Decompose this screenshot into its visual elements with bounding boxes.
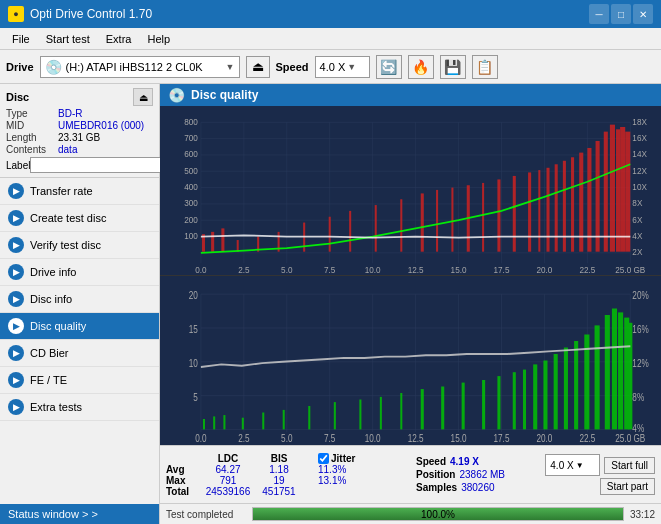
svg-rect-109 bbox=[421, 389, 424, 429]
svg-text:20: 20 bbox=[189, 291, 198, 302]
svg-rect-40 bbox=[538, 170, 540, 252]
svg-text:10: 10 bbox=[189, 358, 198, 369]
sidebar-item-transfer-rate[interactable]: ▶ Transfer rate bbox=[0, 178, 159, 205]
title-bar: ● Opti Drive Control 1.70 ─ □ ✕ bbox=[0, 0, 661, 28]
progress-time: 33:12 bbox=[630, 509, 655, 520]
sidebar: Disc ⏏ Type BD-R MID UMEBDR016 (000) Len… bbox=[0, 84, 160, 524]
fe-te-icon: ▶ bbox=[8, 372, 24, 388]
svg-text:10.0: 10.0 bbox=[365, 434, 381, 445]
avg-label: Avg bbox=[166, 464, 200, 475]
svg-text:4X: 4X bbox=[632, 230, 642, 241]
svg-text:8X: 8X bbox=[632, 198, 642, 209]
start-part-button[interactable]: Start part bbox=[600, 478, 655, 495]
nav-items: ▶ Transfer rate ▶ Create test disc ▶ Ver… bbox=[0, 178, 159, 504]
svg-text:0.0: 0.0 bbox=[195, 264, 206, 275]
save-button[interactable]: 📋 bbox=[472, 55, 498, 79]
svg-rect-123 bbox=[605, 315, 610, 429]
svg-text:5.0: 5.0 bbox=[281, 264, 292, 275]
svg-rect-30 bbox=[375, 205, 377, 252]
max-label: Max bbox=[166, 475, 200, 486]
svg-rect-119 bbox=[564, 348, 568, 430]
avg-row: Avg 64.27 1.18 11.3% bbox=[166, 464, 398, 475]
menu-help[interactable]: Help bbox=[139, 31, 178, 47]
svg-rect-125 bbox=[618, 312, 623, 429]
ldc-header: LDC bbox=[200, 453, 256, 464]
jitter-checkbox[interactable] bbox=[318, 453, 329, 464]
content-area: 💿 Disc quality LDC Read speed bbox=[160, 84, 661, 524]
contents-label: Contents bbox=[6, 144, 58, 155]
svg-text:14X: 14X bbox=[632, 149, 647, 160]
sidebar-item-disc-info[interactable]: ▶ Disc info bbox=[0, 286, 159, 313]
mid-value: UMEBDR016 (000) bbox=[58, 120, 144, 131]
svg-text:12X: 12X bbox=[632, 165, 647, 176]
speed-select[interactable]: 4.0 X ▼ bbox=[315, 56, 370, 78]
close-button[interactable]: ✕ bbox=[633, 4, 653, 24]
svg-text:20.0: 20.0 bbox=[536, 264, 552, 275]
svg-rect-24 bbox=[237, 240, 239, 252]
drive-select[interactable]: 💿 (H:) ATAPI iHBS112 2 CL0K ▼ bbox=[40, 56, 240, 78]
svg-text:15: 15 bbox=[189, 324, 198, 335]
disc-eject-button[interactable]: ⏏ bbox=[133, 88, 153, 106]
sidebar-item-cd-bier[interactable]: ▶ CD Bier bbox=[0, 340, 159, 367]
disc-length-row: Length 23.31 GB bbox=[6, 132, 153, 143]
sidebar-item-extra-tests[interactable]: ▶ Extra tests bbox=[0, 394, 159, 421]
speed-label: Speed bbox=[276, 61, 309, 73]
disc-contents-row: Contents data bbox=[6, 144, 153, 155]
sidebar-item-disc-quality[interactable]: ▶ Disc quality bbox=[0, 313, 159, 340]
disc-info-icon: ▶ bbox=[8, 291, 24, 307]
svg-rect-50 bbox=[616, 129, 620, 251]
length-label: Length bbox=[6, 132, 58, 143]
svg-rect-32 bbox=[421, 193, 424, 251]
svg-text:12.5: 12.5 bbox=[408, 434, 424, 445]
svg-text:800: 800 bbox=[184, 116, 198, 127]
progress-status: Test completed bbox=[166, 509, 246, 520]
status-window-button[interactable]: Status window > > bbox=[0, 504, 159, 524]
label-input[interactable] bbox=[30, 157, 163, 173]
svg-rect-122 bbox=[595, 325, 600, 429]
samples-label: Samples bbox=[416, 482, 457, 493]
sidebar-item-drive-info[interactable]: ▶ Drive info bbox=[0, 259, 159, 286]
avg-ldc: 64.27 bbox=[200, 464, 256, 475]
menu-file[interactable]: File bbox=[4, 31, 38, 47]
total-label: Total bbox=[166, 486, 200, 497]
svg-rect-41 bbox=[546, 168, 549, 252]
disc-quality-header: 💿 Disc quality bbox=[160, 84, 661, 106]
drive-icon: 💿 bbox=[45, 59, 62, 75]
test-speed-select[interactable]: 4.0 X ▼ bbox=[545, 454, 600, 476]
menu-extra[interactable]: Extra bbox=[98, 31, 140, 47]
svg-text:15.0: 15.0 bbox=[451, 264, 467, 275]
svg-rect-124 bbox=[612, 309, 617, 430]
menu-start-test[interactable]: Start test bbox=[38, 31, 98, 47]
refresh-button[interactable]: 🔄 bbox=[376, 55, 402, 79]
stats-bar: LDC BIS Jitter bbox=[160, 445, 661, 503]
disc-quality-title: Disc quality bbox=[191, 88, 258, 102]
svg-rect-38 bbox=[513, 176, 516, 252]
disc-button[interactable]: 💾 bbox=[440, 55, 466, 79]
extra-tests-label: Extra tests bbox=[30, 401, 82, 413]
maximize-button[interactable]: □ bbox=[611, 4, 631, 24]
position-label: Position bbox=[416, 469, 455, 480]
svg-text:8%: 8% bbox=[632, 392, 644, 403]
progress-bar-area: Test completed 100.0% 33:12 bbox=[160, 503, 661, 524]
sidebar-item-fe-te[interactable]: ▶ FE / TE bbox=[0, 367, 159, 394]
type-value: BD-R bbox=[58, 108, 82, 119]
verify-test-disc-label: Verify test disc bbox=[30, 239, 101, 251]
disc-section: Disc ⏏ Type BD-R MID UMEBDR016 (000) Len… bbox=[0, 84, 159, 178]
svg-rect-39 bbox=[528, 172, 531, 251]
chart-top: LDC Read speed Write speed bbox=[160, 106, 661, 276]
position-value: 23862 MB bbox=[459, 469, 505, 480]
svg-text:300: 300 bbox=[184, 198, 198, 209]
sidebar-item-verify-test-disc[interactable]: ▶ Verify test disc bbox=[0, 232, 159, 259]
fe-te-label: FE / TE bbox=[30, 374, 67, 386]
svg-rect-114 bbox=[513, 372, 516, 429]
start-full-button[interactable]: Start full bbox=[604, 457, 655, 474]
eject-button[interactable]: ⏏ bbox=[246, 56, 270, 78]
svg-rect-98 bbox=[203, 419, 205, 429]
burn-button[interactable]: 🔥 bbox=[408, 55, 434, 79]
svg-rect-107 bbox=[380, 397, 382, 430]
sidebar-item-create-test-disc[interactable]: ▶ Create test disc bbox=[0, 205, 159, 232]
avg-jitter: 11.3% bbox=[318, 464, 398, 475]
minimize-button[interactable]: ─ bbox=[589, 4, 609, 24]
svg-text:2X: 2X bbox=[632, 247, 642, 258]
svg-text:700: 700 bbox=[184, 132, 198, 143]
